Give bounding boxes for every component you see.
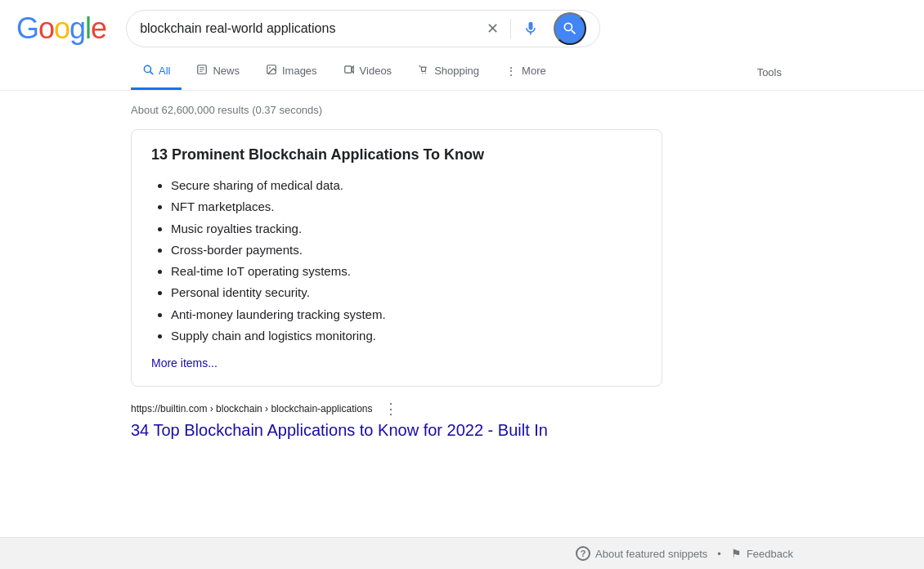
tab-news[interactable]: News <box>185 54 251 90</box>
header: Google blockchain real-world application… <box>0 0 924 51</box>
svg-point-7 <box>269 67 271 69</box>
tab-all[interactable]: All <box>131 54 182 90</box>
tab-images[interactable]: Images <box>254 54 329 90</box>
search-result: https://builtin.com › blockchain › block… <box>131 400 662 440</box>
tab-videos[interactable]: Videos <box>332 54 404 90</box>
result-title[interactable]: 34 Top Blockchain Applications to Know f… <box>131 421 548 439</box>
svg-rect-8 <box>344 66 351 73</box>
shopping-icon <box>418 64 429 78</box>
snippet-list: Secure sharing of medical data. NFT mark… <box>151 175 642 347</box>
all-icon <box>142 64 154 78</box>
svg-point-10 <box>422 73 423 74</box>
divider <box>510 19 511 38</box>
list-item: Supply chain and logistics monitoring. <box>171 325 642 347</box>
search-bar: blockchain real-world applications ✕ <box>126 10 600 47</box>
list-item: Personal identity security. <box>171 282 642 303</box>
list-item: Anti-money laundering tracking system. <box>171 304 642 325</box>
list-item: NFT marketplaces. <box>171 196 642 217</box>
svg-point-11 <box>425 73 426 74</box>
tab-videos-label: Videos <box>360 65 392 77</box>
voice-search-button[interactable] <box>519 17 542 40</box>
results-stats: About 62,600,000 results (0.37 seconds) <box>131 96 793 129</box>
list-item: Real-time IoT operating systems. <box>171 261 642 282</box>
tools-tab[interactable]: Tools <box>746 56 793 88</box>
svg-marker-9 <box>352 66 353 73</box>
search-button[interactable] <box>554 12 586 45</box>
tab-all-label: All <box>159 65 170 77</box>
search-input[interactable]: blockchain real-world applications <box>140 21 477 36</box>
images-icon <box>266 64 277 78</box>
tab-more[interactable]: ⋮ More <box>494 55 558 90</box>
tab-news-label: News <box>213 65 240 77</box>
tab-shopping[interactable]: Shopping <box>406 54 491 90</box>
tools-label: Tools <box>757 66 782 78</box>
more-icon: ⋮ <box>505 65 517 78</box>
svg-line-1 <box>150 72 153 74</box>
list-item: Music royalties tracking. <box>171 218 642 240</box>
results-container: About 62,600,000 results (0.37 seconds) … <box>0 91 924 456</box>
featured-snippet: 13 Prominent Blockchain Applications To … <box>131 129 662 387</box>
result-more-button[interactable]: ⋮ <box>379 400 403 418</box>
result-url: https://builtin.com › blockchain › block… <box>131 403 372 414</box>
result-url-row: https://builtin.com › blockchain › block… <box>131 400 662 418</box>
tab-images-label: Images <box>282 65 317 77</box>
tab-shopping-label: Shopping <box>434 65 479 77</box>
list-item: Secure sharing of medical data. <box>171 175 642 196</box>
tab-more-label: More <box>522 65 546 77</box>
nav-tabs: All News Images Videos Shopping ⋮ More T… <box>0 54 924 91</box>
news-icon <box>196 64 208 78</box>
google-logo[interactable]: Google <box>16 11 106 46</box>
search-icons: ✕ <box>483 12 586 45</box>
more-items-link[interactable]: More items... <box>151 356 218 370</box>
list-item: Cross-border payments. <box>171 240 642 261</box>
videos-icon <box>343 64 355 78</box>
snippet-title: 13 Prominent Blockchain Applications To … <box>151 146 642 164</box>
clear-button[interactable]: ✕ <box>483 16 502 41</box>
